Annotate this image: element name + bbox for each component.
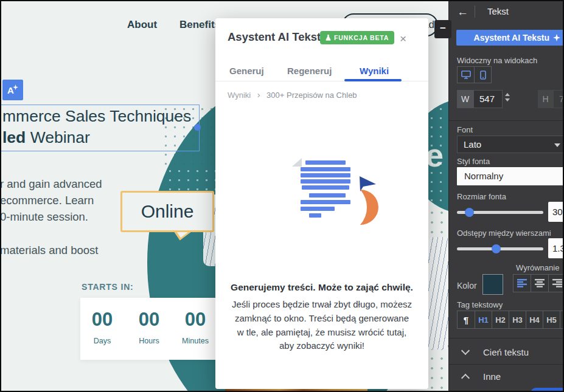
- section-divider: [449, 120, 564, 121]
- page-heading-line2[interactable]: led Webinar: [2, 128, 90, 147]
- tag-h3-label: H3: [512, 315, 523, 325]
- paragraph-line: r and gain advanced: [0, 176, 102, 192]
- active-tab-underline: [344, 79, 402, 81]
- tag-h4-button[interactable]: H4: [526, 311, 543, 329]
- close-icon[interactable]: ×: [400, 33, 406, 44]
- countdown-days-value: 00: [83, 309, 121, 331]
- color-label: Kolor: [457, 281, 477, 291]
- countdown-card[interactable]: 00 Days 00 Hours 00 Minutes: [80, 298, 238, 360]
- align-right-button[interactable]: [548, 274, 564, 292]
- font-size-label: Rozmiar fonta: [457, 192, 506, 201]
- paragraph-line: ecommerce. Learn: [0, 192, 102, 208]
- countdown-minutes-value: 00: [176, 309, 214, 331]
- tag-h5-button[interactable]: H5: [543, 311, 560, 329]
- tag-paragraph-button[interactable]: ¶: [457, 311, 475, 329]
- section-divider: [449, 338, 564, 339]
- font-style-label: Styl fonta: [457, 157, 490, 166]
- line-spacing-input[interactable]: 1.3: [548, 238, 564, 258]
- ai-assistant-modal: Asystent AI Tekstu FUNKCJA BETA × Generu…: [215, 18, 428, 389]
- height-input: 78: [553, 90, 564, 108]
- countdown-minutes: 00 Minutes: [176, 309, 214, 345]
- line-spacing-slider-handle[interactable]: [492, 244, 501, 253]
- back-arrow-icon[interactable]: ←: [457, 6, 468, 18]
- tab-wyniki[interactable]: Wyniki: [360, 66, 389, 76]
- stepper-up-icon[interactable]: [505, 93, 510, 96]
- font-style-field[interactable]: Normalny: [457, 167, 564, 185]
- font-label: Font: [457, 125, 473, 134]
- text-settings-panel: ← Tekst Asystent AI Tekstu Widoczny na w…: [448, 1, 564, 392]
- selection-resize-handle[interactable]: [194, 124, 201, 131]
- align-center-button[interactable]: [531, 274, 549, 292]
- font-dropdown-value: Lato: [464, 139, 481, 150]
- align-center-icon: [535, 279, 545, 287]
- font-size-input[interactable]: 30: [548, 202, 564, 222]
- stepper-down-icon[interactable]: [505, 98, 510, 101]
- tag-list-button[interactable]: ≡: [560, 311, 564, 329]
- chevron-down-icon: [554, 143, 560, 147]
- beta-badge-label: FUNKCJA BETA: [334, 34, 389, 41]
- countdown-days: 00 Days: [83, 309, 121, 345]
- width-stepper[interactable]: [505, 93, 510, 101]
- partial-bottom-button[interactable]: [531, 388, 564, 392]
- tag-h3-button[interactable]: H3: [509, 311, 526, 329]
- person-illustration-fragment: [428, 237, 448, 349]
- text-color-swatch[interactable]: [482, 274, 503, 295]
- tab-regeneruj[interactable]: Regeneruj: [287, 66, 332, 76]
- countdown-hours-unit: Hours: [130, 337, 168, 345]
- tag-h5-label: H5: [546, 315, 557, 325]
- status-title: Generujemy treści. Może to zająć chwilę.: [215, 282, 428, 293]
- section-divider: [449, 364, 564, 365]
- status-body: Jeśli proces będzie trwał zbyt długo, mo…: [231, 298, 413, 353]
- align-left-button[interactable]: [513, 274, 531, 292]
- cursor-arrow-icon: [360, 176, 376, 191]
- sparkle-icon: [13, 84, 18, 90]
- align-right-icon: [552, 279, 562, 287]
- section-text-shadow[interactable]: Cień tekstu: [449, 340, 564, 363]
- tag-h2-button[interactable]: H2: [492, 311, 509, 329]
- tag-h4-label: H4: [529, 315, 540, 325]
- nav-link-benefits[interactable]: Benefits: [179, 19, 220, 31]
- online-badge[interactable]: Online: [120, 191, 214, 232]
- ai-assistant-button-label: Asystent AI Tekstu: [474, 33, 549, 43]
- ai-assistant-button[interactable]: Asystent AI Tekstu: [456, 30, 564, 46]
- flask-icon: [326, 34, 331, 41]
- nav-link-about[interactable]: About: [127, 19, 157, 31]
- generating-text-illustration: [284, 153, 384, 232]
- height-label: H: [538, 90, 553, 108]
- page-paragraph-2[interactable]: materials and boost: [0, 242, 98, 258]
- mobile-view-toggle[interactable]: [474, 66, 492, 83]
- tag-h1-label: H1: [478, 315, 489, 325]
- tag-h1-button[interactable]: H1: [475, 311, 492, 329]
- text-tag-label: Tag tekstowy: [457, 300, 503, 309]
- tab-generuj[interactable]: Generuj: [229, 66, 264, 76]
- section-other[interactable]: Inne: [449, 366, 564, 390]
- modal-title: Asystent AI Tekstu: [228, 30, 328, 44]
- chevron-right-icon: ›: [257, 89, 260, 100]
- page-heading-line1[interactable]: mmerce Sales Techniques: [2, 107, 191, 126]
- font-dropdown[interactable]: Lato: [457, 136, 564, 153]
- sparkle-icon: [553, 34, 560, 41]
- heading-rest-fragment: Webinar: [26, 128, 90, 146]
- orange-crescent-shape: [360, 190, 378, 225]
- sidebar-collapse-button[interactable]: −: [434, 20, 451, 38]
- ai-assistant-trigger-icon[interactable]: A: [2, 80, 23, 100]
- heading-bold-fragment: led: [2, 128, 26, 146]
- countdown-label: STARTS IN:: [82, 282, 134, 292]
- beta-badge: FUNKCJA BETA: [320, 31, 394, 44]
- breadcrumb-current: 300+ Przepisów na Chleb: [266, 91, 357, 100]
- countdown-minutes-unit: Minutes: [176, 337, 214, 345]
- page-paragraph[interactable]: r and gain advanced ecommerce. Learn 0-m…: [0, 176, 102, 225]
- desktop-view-toggle[interactable]: [457, 66, 475, 83]
- countdown-days-unit: Days: [83, 337, 121, 345]
- desktop-icon: [461, 70, 471, 79]
- font-size-slider-handle[interactable]: [465, 208, 474, 217]
- tag-h2-label: H2: [495, 315, 506, 325]
- breadcrumb-root[interactable]: Wyniki: [228, 91, 251, 100]
- breadcrumb: Wyniki › 300+ Przepisów na Chleb: [228, 89, 357, 100]
- width-input[interactable]: 547: [473, 90, 503, 108]
- panel-title: Tekst: [487, 6, 509, 16]
- pilcrow-icon: ¶: [464, 315, 468, 325]
- alignment-label: Wyrównanie: [516, 263, 559, 272]
- line-spacing-label: Odstępy między wierszami: [457, 229, 551, 238]
- countdown-hours: 00 Hours: [130, 309, 168, 345]
